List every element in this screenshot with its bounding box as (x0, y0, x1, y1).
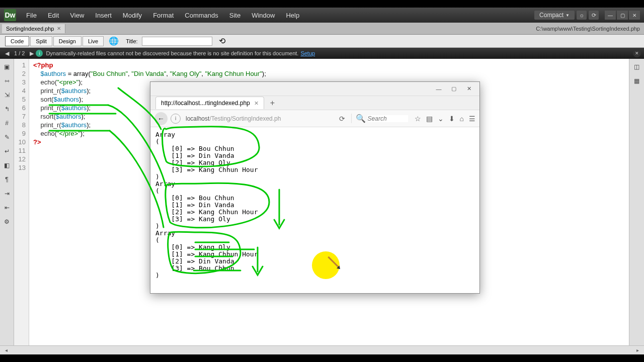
bookmark-star-icon[interactable]: ☆ (415, 115, 421, 123)
browser-minimize-button[interactable]: — (431, 84, 446, 94)
browser-tab[interactable]: http://localhost...rtingIndexed.php ✕ (155, 97, 264, 109)
search-box[interactable]: 🔍 (351, 114, 412, 123)
home-icon[interactable]: ⌂ (460, 115, 464, 123)
tool-indent-icon[interactable]: ⇥ (2, 189, 12, 199)
globe-icon[interactable]: 🌐 (108, 36, 120, 46)
downloads-icon[interactable]: ⬇ (449, 115, 455, 123)
line-num: 7 (14, 112, 26, 121)
line-num: 12 (14, 155, 26, 163)
document-tab[interactable]: SortingIndexed.php ✕ (2, 24, 65, 33)
file-path: C:\wamp\www\Testing\SortingIndexed.php (536, 26, 644, 32)
menu-bar: File Edit View Insert Modify Format Comm… (21, 10, 304, 21)
new-tab-button[interactable]: + (267, 98, 278, 109)
reader-icon[interactable]: ▤ (426, 115, 433, 123)
document-tab-bar: SortingIndexed.php ✕ C:\wamp\www\Testing… (0, 23, 644, 35)
line-num: 10 (14, 138, 26, 146)
menu-site[interactable]: Site (224, 10, 246, 21)
browser-close-button[interactable]: ✕ (461, 84, 476, 94)
browser-tab-close-icon[interactable]: ✕ (254, 100, 259, 107)
line-num: 4 (14, 86, 26, 95)
browser-tab-title: http://localhost...rtingIndexed.php (161, 100, 250, 107)
view-design-button[interactable]: Design (53, 36, 82, 46)
url-bar[interactable]: localhost/Testing/SortingIndexed.ph (184, 115, 333, 122)
back-button[interactable]: ← (154, 112, 168, 125)
tool-parent-icon[interactable]: ↰ (2, 104, 12, 114)
tool-open-docs-icon[interactable]: ▣ (2, 62, 12, 72)
hamburger-menu-icon[interactable]: ☰ (469, 115, 475, 123)
info-icon: i (36, 50, 43, 57)
tool-hidden-icon[interactable]: ¶ (2, 174, 12, 185)
menu-insert[interactable]: Insert (90, 10, 117, 21)
close-button[interactable]: ✕ (629, 11, 640, 20)
maximize-button[interactable]: ▢ (617, 11, 628, 20)
page-indicator: 1 / 2 (11, 50, 28, 56)
view-split-button[interactable]: Split (30, 36, 52, 46)
tool-format-icon[interactable]: ⚙ (2, 217, 12, 227)
info-message: Dynamically-related files cannot not be … (46, 50, 298, 56)
status-left-arrow-icon[interactable]: ◂ (5, 347, 8, 353)
app-logo: Dw (4, 9, 16, 21)
line-num: 13 (14, 163, 26, 172)
browser-maximize-button[interactable]: ▢ (446, 84, 461, 94)
infobar-close-icon[interactable]: ✕ (633, 49, 641, 57)
tab-filename: SortingIndexed.php (6, 26, 54, 32)
menu-help[interactable]: Help (281, 10, 304, 21)
tool-syntax-icon[interactable]: ◧ (2, 160, 12, 170)
view-code-button[interactable]: Code (5, 36, 29, 46)
status-right-arrow-icon[interactable]: ▸ (636, 347, 639, 353)
reload-button[interactable]: ⟳ (336, 115, 348, 123)
menu-edit[interactable]: Edit (43, 10, 64, 21)
menu-format[interactable]: Format (148, 10, 179, 21)
browser-toolbar: ← i localhost/Testing/SortingIndexed.ph … (150, 110, 479, 127)
menu-file[interactable]: File (21, 10, 42, 21)
right-tool-strip: ◫ ▦ (629, 59, 644, 345)
line-num: 6 (14, 104, 26, 112)
refresh-icon[interactable]: ⟲ (216, 36, 228, 46)
tool-expand-icon[interactable]: ⇲ (2, 90, 12, 100)
browser-tab-strip: http://localhost...rtingIndexed.php ✕ + (150, 96, 479, 110)
browser-titlebar[interactable]: — ▢ ✕ (150, 82, 479, 96)
title-label: Title: (126, 38, 137, 44)
tool-linenum-icon[interactable]: # (2, 118, 12, 128)
pocket-icon[interactable]: ⌄ (438, 115, 444, 123)
close-tab-icon[interactable]: ✕ (57, 26, 61, 31)
setup-link[interactable]: Setup (300, 50, 315, 56)
tool-wordwrap-icon[interactable]: ↵ (2, 146, 12, 156)
sync-icon[interactable]: ⟳ (589, 11, 599, 20)
menu-window[interactable]: Window (247, 10, 280, 21)
title-bar: Dw File Edit View Insert Modify Format C… (0, 8, 644, 23)
line-num: 8 (14, 121, 26, 129)
menu-modify[interactable]: Modify (118, 10, 147, 21)
tool-outdent-icon[interactable]: ⇤ (2, 203, 12, 213)
view-live-button[interactable]: Live (83, 36, 104, 46)
info-bar: ◀ 1 / 2 ▶ i Dynamically-related files ca… (0, 48, 644, 59)
line-num: 2 (14, 69, 26, 78)
extend-icon[interactable]: ☼ (577, 11, 587, 20)
minimize-button[interactable]: — (605, 11, 616, 20)
line-num: 9 (14, 129, 26, 138)
title-input[interactable] (142, 37, 212, 46)
page-info-icon[interactable]: i (171, 114, 181, 124)
line-num: 11 (14, 146, 26, 155)
tool-collapse-icon[interactable]: ⇿ (2, 76, 12, 86)
css-panel-icon[interactable]: ◫ (632, 62, 642, 72)
document-toolbar: Code Split Design Live 🌐 Title: ⟲ (0, 35, 644, 48)
prev-arrow-icon[interactable]: ◀ (3, 50, 11, 57)
search-icon: 🔍 (356, 114, 366, 123)
status-bar: ◂ ▸ (0, 345, 644, 354)
menu-view[interactable]: View (65, 10, 89, 21)
next-arrow-icon[interactable]: ▶ (28, 50, 36, 57)
line-gutter: 1 2 3 4 5 6 7 8 9 10 11 12 13 (14, 59, 29, 345)
line-num: 5 (14, 95, 26, 104)
menu-commands[interactable]: Commands (180, 10, 223, 21)
workspace-switcher[interactable]: Compact▼ (534, 11, 575, 20)
tool-highlight-icon[interactable]: ✎ (2, 132, 12, 142)
left-tool-strip: ▣ ⇿ ⇲ ↰ # ✎ ↵ ◧ ¶ ⇥ ⇤ ⚙ (0, 59, 14, 345)
css-designer-icon[interactable]: ▦ (632, 76, 642, 86)
line-num: 1 (14, 61, 26, 69)
line-num: 3 (14, 78, 26, 86)
search-input[interactable] (368, 115, 408, 122)
